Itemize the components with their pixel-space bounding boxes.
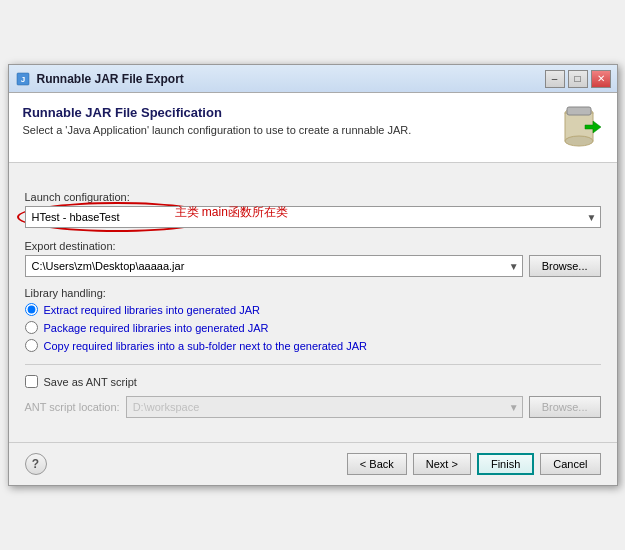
dialog-title: Runnable JAR File Specification [23, 105, 603, 120]
svg-rect-5 [567, 107, 591, 115]
cancel-button[interactable]: Cancel [540, 453, 600, 475]
library-option-3-label[interactable]: Copy required libraries into a sub-folde… [44, 340, 367, 352]
library-option-2-label[interactable]: Package required libraries into generate… [44, 322, 269, 334]
header-section: Runnable JAR File Specification Select a… [9, 93, 617, 163]
dialog-content: Launch configuration: HTest - hbaseTest … [9, 177, 617, 442]
ant-location-select[interactable]: D:\workspace [126, 396, 523, 418]
ant-checkbox-label[interactable]: Save as ANT script [44, 376, 137, 388]
launch-config-select[interactable]: HTest - hbaseTest [25, 206, 601, 228]
title-bar: J Runnable JAR File Export – □ ✕ [9, 65, 617, 93]
ant-location-wrapper: D:\workspace ▼ [126, 396, 523, 418]
main-window: J Runnable JAR File Export – □ ✕ Runnabl… [8, 64, 618, 486]
library-option-1: Extract required libraries into generate… [25, 303, 601, 316]
library-option-2: Package required libraries into generate… [25, 321, 601, 334]
back-button[interactable]: < Back [347, 453, 407, 475]
ant-location-label: ANT script location: [25, 401, 120, 413]
finish-button[interactable]: Finish [477, 453, 534, 475]
library-radio-2[interactable] [25, 321, 38, 334]
launch-config-label: Launch configuration: [25, 191, 601, 203]
help-button[interactable]: ? [25, 453, 47, 475]
window-controls: – □ ✕ [545, 70, 611, 88]
export-dest-select[interactable]: C:\Users\zm\Desktop\aaaaa.jar [25, 255, 523, 277]
divider [25, 364, 601, 365]
footer-buttons: < Back Next > Finish Cancel [347, 453, 601, 475]
library-option-3: Copy required libraries into a sub-folde… [25, 339, 601, 352]
minimize-button[interactable]: – [545, 70, 565, 88]
ant-checkbox[interactable] [25, 375, 38, 388]
library-handling-label: Library handling: [25, 287, 601, 299]
dialog-description: Select a 'Java Application' launch confi… [23, 124, 603, 136]
ant-checkbox-row: Save as ANT script [25, 375, 601, 388]
window-title: Runnable JAR File Export [37, 72, 545, 86]
ant-location-row: ANT script location: D:\workspace ▼ Brow… [25, 396, 601, 418]
library-section: Library handling: Extract required libra… [25, 287, 601, 352]
launch-config-select-wrapper: HTest - hbaseTest ▼ [25, 206, 601, 228]
next-button[interactable]: Next > [413, 453, 471, 475]
jar-icon [555, 101, 603, 154]
library-radio-1[interactable] [25, 303, 38, 316]
library-radio-3[interactable] [25, 339, 38, 352]
svg-text:J: J [20, 75, 24, 84]
maximize-button[interactable]: □ [568, 70, 588, 88]
library-option-1-label[interactable]: Extract required libraries into generate… [44, 304, 260, 316]
dialog-footer: ? < Back Next > Finish Cancel [9, 442, 617, 485]
export-browse-button[interactable]: Browse... [529, 255, 601, 277]
close-button[interactable]: ✕ [591, 70, 611, 88]
export-dest-label: Export destination: [25, 240, 601, 252]
export-dest-wrapper: C:\Users\zm\Desktop\aaaaa.jar ▼ [25, 255, 523, 277]
ant-browse-button[interactable]: Browse... [529, 396, 601, 418]
svg-point-4 [565, 136, 593, 146]
library-options: Extract required libraries into generate… [25, 303, 601, 352]
window-icon: J [15, 71, 31, 87]
